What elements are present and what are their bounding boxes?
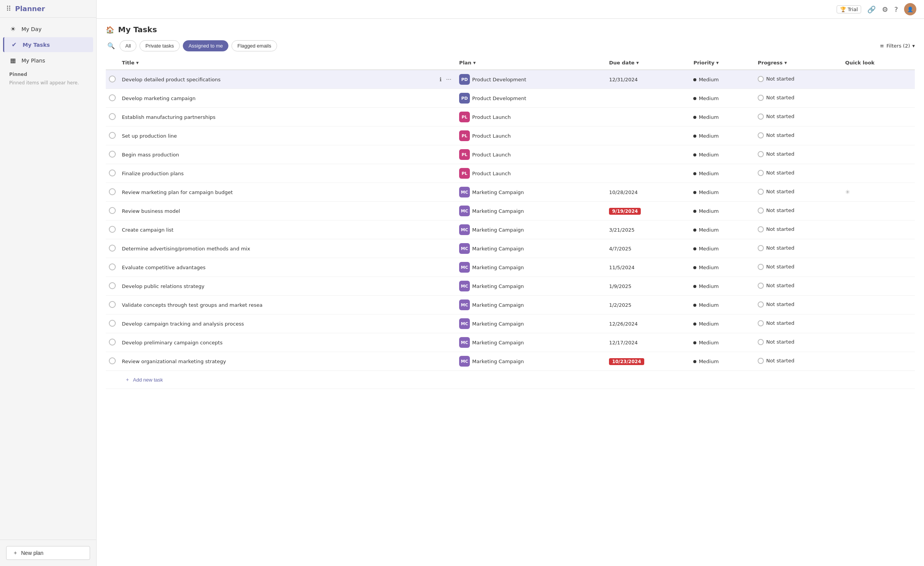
priority-dot [693, 116, 696, 119]
due-date-cell: 12/17/2024 [606, 333, 690, 352]
priority-cell: Medium [690, 352, 755, 371]
th-due-date[interactable]: Due date ▾ [606, 56, 690, 70]
task-checkbox[interactable] [109, 76, 116, 82]
sidebar-item-my-plans[interactable]: ▦ My Plans [3, 53, 93, 68]
sidebar-item-label: My Tasks [23, 42, 50, 48]
due-date-cell: 10/23/2024 [606, 352, 690, 371]
priority-label: Medium [699, 152, 719, 158]
due-date-cell: 11/5/2024 [606, 258, 690, 277]
task-checkbox[interactable] [109, 113, 116, 120]
quick-look-cell [842, 70, 915, 89]
chevron-down-icon: ▾ [912, 43, 915, 49]
quick-look-cell [842, 277, 915, 296]
task-checkbox[interactable] [109, 132, 116, 139]
help-icon[interactable]: ? [894, 5, 898, 13]
task-title: Validate concepts through test groups an… [122, 302, 435, 308]
filter-all-button[interactable]: All [120, 40, 136, 51]
due-date-cell [606, 164, 690, 183]
quick-look-icon[interactable]: ✳ [845, 189, 850, 196]
task-table: Title ▾ Plan ▾ Due date ▾ Priority ▾ Pro… [106, 56, 915, 389]
task-checkbox[interactable] [109, 282, 116, 289]
progress-icon [758, 95, 764, 101]
sidebar-item-my-tasks[interactable]: ✔ My Tasks [3, 37, 93, 52]
settings-icon[interactable]: ⚙ [882, 5, 888, 13]
filter-private-tasks-button[interactable]: Private tasks [140, 40, 179, 51]
info-button[interactable]: ℹ [438, 76, 443, 83]
task-checkbox[interactable] [109, 207, 116, 214]
th-quick-look: Quick look [842, 56, 915, 70]
task-checkbox[interactable] [109, 169, 116, 176]
app-title: Planner [15, 5, 45, 13]
task-checkbox[interactable] [109, 339, 116, 346]
plan-label: Marketing Campaign [472, 302, 524, 308]
task-checkbox[interactable] [109, 263, 116, 270]
th-title[interactable]: Title ▾ [119, 56, 456, 70]
app-grid-icon[interactable]: ⠿ [6, 5, 11, 13]
task-checkbox[interactable] [109, 357, 116, 364]
table-row: Validate concepts through test groups an… [106, 296, 915, 314]
sidebar-item-label: My Day [21, 26, 41, 32]
sidebar-item-my-day[interactable]: ☀ My Day [3, 21, 93, 36]
task-checkbox[interactable] [109, 245, 116, 252]
pinned-empty-info: Pinned items will appear here. [0, 79, 96, 87]
task-checkbox[interactable] [109, 151, 116, 158]
plan-label: Marketing Campaign [472, 321, 524, 327]
task-checkbox[interactable] [109, 188, 116, 195]
th-plan[interactable]: Plan ▾ [456, 56, 606, 70]
task-checkbox[interactable] [109, 94, 116, 101]
task-table-container[interactable]: Title ▾ Plan ▾ Due date ▾ Priority ▾ Pro… [97, 56, 924, 566]
priority-cell: Medium [690, 70, 755, 89]
filter-assigned-to-me-button[interactable]: Assigned to me [183, 40, 229, 51]
add-new-task-button[interactable]: ＋ Add new task [122, 375, 166, 385]
search-button[interactable]: 🔍 [106, 41, 117, 51]
plan-cell: MCMarketing Campaign [459, 206, 603, 216]
plan-cell: PLProduct Launch [459, 112, 603, 122]
progress-cell: Not started [755, 277, 842, 296]
task-title: Review marketing plan for campaign budge… [122, 189, 435, 195]
table-row: Review business model ℹ ⋯ MCMarketing Ca… [106, 202, 915, 220]
task-title: Review organizational marketing strategy [122, 359, 435, 364]
progress-label: Not started [766, 95, 794, 100]
task-checkbox[interactable] [109, 320, 116, 327]
pinned-section-label: Pinned [0, 69, 96, 79]
priority-label: Medium [699, 114, 719, 120]
progress-icon [758, 189, 764, 195]
priority-label: Medium [699, 77, 719, 82]
plan-label: Marketing Campaign [472, 359, 524, 364]
progress-icon [758, 151, 764, 157]
task-title: Begin mass production [122, 152, 435, 158]
task-title: Develop public relations strategy [122, 283, 435, 289]
progress-cell: Not started [755, 296, 842, 314]
progress-icon [758, 114, 764, 120]
priority-cell: Medium [690, 277, 755, 296]
th-progress[interactable]: Progress ▾ [755, 56, 842, 70]
more-button[interactable]: ⋯ [445, 76, 453, 83]
progress-label: Not started [766, 264, 794, 270]
priority-cell: Medium [690, 89, 755, 108]
avatar[interactable]: 👤 [904, 3, 916, 15]
plan-label: Product Launch [472, 152, 511, 158]
priority-dot [693, 153, 696, 156]
progress-label: Not started [766, 283, 794, 288]
page-title: My Tasks [118, 25, 157, 34]
progress-cell: Not started [755, 127, 842, 145]
new-plan-label: New plan [21, 550, 43, 556]
quick-look-cell [842, 296, 915, 314]
priority-cell: Medium [690, 333, 755, 352]
task-title: Establish manufacturing partnerships [122, 114, 435, 120]
progress-label: Not started [766, 207, 794, 213]
filter-flagged-emails-button[interactable]: Flagged emails [231, 40, 277, 51]
share-icon[interactable]: 🔗 [867, 5, 876, 13]
task-checkbox[interactable] [109, 226, 116, 233]
task-checkbox[interactable] [109, 301, 116, 308]
task-title: Review business model [122, 208, 435, 214]
new-plan-button[interactable]: ＋ New plan [6, 546, 90, 560]
th-priority[interactable]: Priority ▾ [690, 56, 755, 70]
priority-label: Medium [699, 283, 719, 289]
sun-icon: ☀ [9, 25, 17, 33]
plan-cell: MCMarketing Campaign [459, 299, 603, 310]
progress-icon [758, 170, 764, 176]
trial-badge[interactable]: 🏆 Trial [837, 5, 862, 13]
filters-dropdown[interactable]: ≡ Filters (2) ▾ [880, 43, 915, 49]
topbar: 🏆 Trial 🔗 ⚙ ? 👤 [97, 0, 924, 19]
